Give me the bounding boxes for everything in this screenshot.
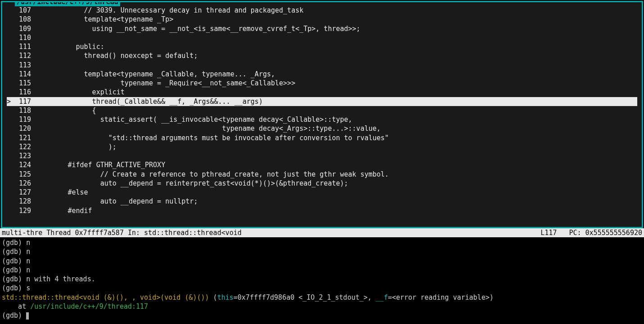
source-line: 114 template<typename _Callable, typenam… <box>7 70 637 79</box>
source-line: 121 "std::thread arguments must be invoc… <box>7 133 637 142</box>
source-line: 124 #ifdef GTHR_ACTIVE_PROXY <box>7 160 637 169</box>
status-left: multi-thre Thread 0x7ffff7a587 In: std::… <box>2 228 242 237</box>
source-line: 111 public: <box>7 42 637 51</box>
source-line: 120 typename decay<_Args>::type...>::val… <box>7 124 637 133</box>
console-line: (gdb) s <box>2 284 642 293</box>
status-right: L117 PC: 0x555555556920 <box>540 228 642 237</box>
source-line: 107 // 3039. Unnecessary decay in thread… <box>7 6 637 15</box>
cursor <box>26 312 28 320</box>
source-line: 109 using __not_same = __not_<is_same<__… <box>7 24 637 33</box>
source-path: /usr/include/c++/9/thread <box>15 1 120 6</box>
status-bar: multi-thre Thread 0x7ffff7a587 In: std::… <box>0 228 644 237</box>
source-line: 127 #else <box>7 188 637 197</box>
gdb-console[interactable]: (gdb) n(gdb) n(gdb) n(gdb) n(gdb) n with… <box>0 237 644 322</box>
console-line: (gdb) n <box>2 247 642 256</box>
console-line: (gdb) n <box>2 266 642 275</box>
frame-location: at /usr/include/c++/9/thread:117 <box>2 302 642 311</box>
gdb-prompt[interactable]: (gdb) <box>2 311 642 320</box>
source-line: 110 <box>7 33 637 42</box>
source-line: 128 auto __depend = nullptr; <box>7 197 637 206</box>
source-line: >117 thread(_Callable&& __f, _Args&&... … <box>7 97 637 106</box>
console-line: (gdb) n <box>2 238 642 247</box>
source-line: 126 auto __depend = reinterpret_cast<voi… <box>7 179 637 188</box>
source-line: 119 static_assert( __is_invocable<typena… <box>7 115 637 124</box>
source-line: 122 ); <box>7 142 637 151</box>
console-line: (gdb) n with 4 threads. <box>2 275 642 284</box>
source-line: 129 #endif <box>7 206 637 215</box>
source-line: 125 // Create a reference to pthread_cre… <box>7 170 637 179</box>
source-line: 118 { <box>7 106 637 115</box>
source-line: 113 <box>7 61 637 70</box>
source-line: 123 <box>7 151 637 160</box>
source-line: 115 typename = _Require<__not_same<_Call… <box>7 79 637 88</box>
frame-line: std::thread::thread<void (&)(), , void>(… <box>2 293 642 302</box>
source-listing: 107 // 3039. Unnecessary decay in thread… <box>2 2 642 218</box>
source-line: 108 template<typename _Tp> <box>7 15 637 24</box>
source-line: 116 explicit <box>7 88 637 97</box>
console-line: (gdb) n <box>2 257 642 266</box>
source-window[interactable]: /usr/include/c++/9/thread 107 // 3039. U… <box>1 1 643 228</box>
source-line: 112 thread() noexcept = default; <box>7 51 637 60</box>
